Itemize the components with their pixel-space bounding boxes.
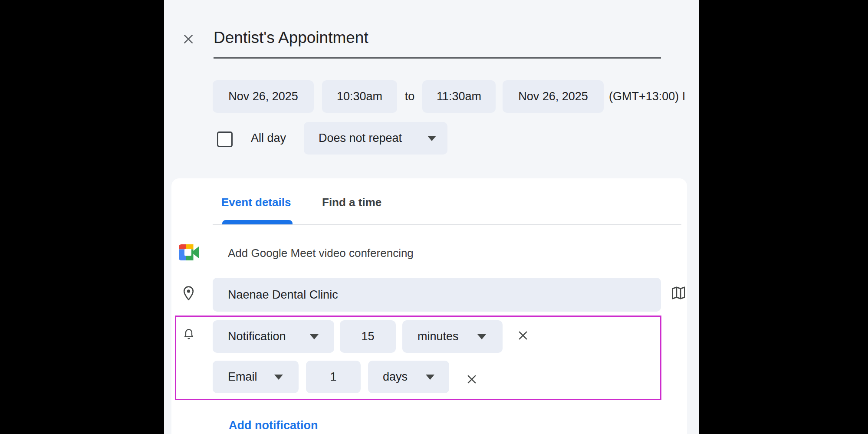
notification-unit-dropdown[interactable]: minutes [402, 320, 503, 353]
notification-unit-value: minutes [418, 330, 459, 343]
add-google-meet-button[interactable]: Add Google Meet video conferencing [228, 246, 414, 260]
location-pin-icon [182, 285, 195, 303]
close-icon [182, 33, 195, 46]
chevron-down-icon [427, 136, 436, 141]
end-date-field[interactable]: Nov 26, 2025 [503, 80, 604, 113]
notification-unit-value: days [383, 370, 408, 384]
notification-type-dropdown[interactable]: Email [213, 361, 299, 393]
remove-notification-button[interactable] [513, 326, 533, 345]
google-meet-icon [179, 244, 199, 260]
end-time-field[interactable]: 11:30am [422, 80, 496, 113]
recurrence-dropdown[interactable]: Does not repeat [304, 122, 447, 155]
event-title-input[interactable]: Dentist's Appointment [214, 25, 368, 50]
chevron-down-icon [426, 375, 434, 380]
to-label: to [397, 80, 422, 113]
bell-icon [183, 326, 195, 344]
tabs-divider [213, 224, 681, 225]
remove-icon [466, 373, 478, 385]
screenshot-stage: Dentist's Appointment Nov 26, 2025 10:30… [0, 0, 868, 434]
notification-type-dropdown[interactable]: Notification [213, 320, 334, 353]
tab-event-details[interactable]: Event details [221, 195, 291, 209]
remove-notification-button[interactable] [462, 369, 482, 389]
title-underline [214, 57, 661, 59]
start-date-field[interactable]: Nov 26, 2025 [213, 80, 314, 113]
chevron-down-icon [477, 334, 486, 339]
remove-icon [517, 329, 529, 342]
notification-unit-dropdown[interactable]: days [368, 361, 449, 393]
notification-type-value: Email [228, 370, 257, 384]
start-time-field[interactable]: 10:30am [322, 80, 397, 113]
chevron-down-icon [274, 375, 283, 380]
chevron-down-icon [310, 334, 319, 339]
notification-count-input[interactable]: 15 [340, 320, 396, 353]
add-notification-button[interactable]: Add notification [229, 418, 318, 433]
location-input[interactable]: Naenae Dental Clinic [213, 278, 661, 312]
location-value: Naenae Dental Clinic [228, 288, 338, 302]
notification-count-input[interactable]: 1 [306, 361, 361, 393]
close-button[interactable] [177, 28, 200, 50]
show-map-button[interactable] [667, 283, 689, 303]
timezone-label[interactable]: (GMT+13:00) I [609, 80, 685, 113]
all-day-label: All day [251, 122, 286, 155]
notification-type-value: Notification [228, 330, 286, 343]
recurrence-value: Does not repeat [319, 132, 402, 145]
tab-find-a-time[interactable]: Find a time [322, 195, 381, 209]
map-icon [671, 286, 687, 300]
all-day-checkbox[interactable] [217, 132, 233, 147]
